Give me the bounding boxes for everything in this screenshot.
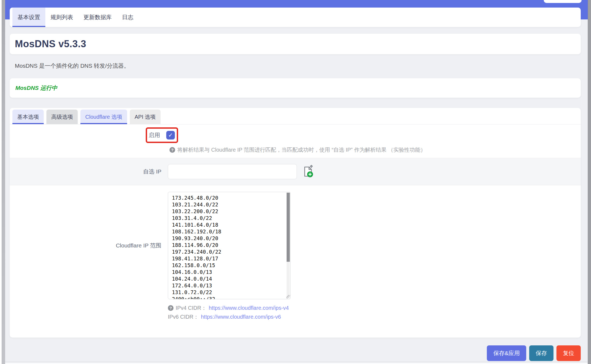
- header-button-partial[interactable]: [544, 0, 582, 3]
- left-panel-scroll-edge: [2, 0, 5, 364]
- ipv4-cidr-link[interactable]: https://www.cloudflare.com/ips-v4: [209, 305, 289, 311]
- tab-update-database[interactable]: 更新数据库: [78, 8, 117, 27]
- cloudflare-range-row: Cloudflare IP 范围 173.245.48.0/20 103.21.…: [10, 185, 581, 321]
- textarea-resize-grip[interactable]: [286, 295, 290, 299]
- cloudflare-range-value: 173.245.48.0/20 103.21.244.0/22 103.22.2…: [168, 192, 290, 299]
- tab-log[interactable]: 日志: [117, 8, 138, 27]
- page-title: MosDNS v5.3.3: [15, 38, 86, 50]
- ipv4-cidr-label: IPv4 CIDR：: [176, 304, 206, 312]
- textarea-scroll-thumb[interactable]: [287, 193, 290, 262]
- status-card: MosDNS 运行中: [10, 78, 581, 98]
- save-apply-button[interactable]: 保存&应用: [487, 345, 526, 361]
- enable-label: 启用: [149, 131, 160, 139]
- tab-basic-settings[interactable]: 基本设置: [12, 8, 45, 27]
- mosdns-settings-page: 基本设置 规则列表 更新数据库 日志 MosDNS v5.3.3 MosDNS …: [0, 0, 591, 364]
- cloudflare-range-textarea[interactable]: 173.245.48.0/20 103.21.244.0/22 103.22.2…: [168, 192, 291, 299]
- custom-ip-row: 自选 IP: [10, 158, 581, 185]
- ipv4-cidr-line: ? IPv4 CIDR： https://www.cloudflare.com/…: [168, 304, 291, 312]
- enable-help: ? 将解析结果与 Cloudflare IP 范围进行匹配，当匹配成功时，使用 …: [169, 146, 581, 154]
- help-icon: ?: [168, 305, 174, 311]
- reset-button[interactable]: 复位: [556, 345, 581, 361]
- subtab-basic-options[interactable]: 基本选项: [12, 110, 44, 124]
- cidr-links: ? IPv4 CIDR： https://www.cloudflare.com/…: [168, 304, 291, 321]
- cloudflare-range-label: Cloudflare IP 范围: [10, 192, 161, 299]
- ipv6-cidr-line: IPv6 CIDR： https://www.cloudflare.com/ip…: [168, 312, 291, 321]
- bottom-page-edge: [5, 362, 588, 364]
- subtab-api-options[interactable]: API 选项: [130, 110, 161, 124]
- custom-ip-input[interactable]: [168, 164, 297, 179]
- ipv6-cidr-link[interactable]: https://www.cloudflare.com/ips-v6: [201, 314, 281, 320]
- enable-row: 启用 ✓ ? 将解析结果与 Cloudflare IP 范围进行匹配，当匹配成功…: [10, 124, 581, 158]
- tab-rule-list[interactable]: 规则列表: [45, 8, 78, 27]
- options-card: 基本选项 高级选项 Cloudflare 选项 API 选项 启用 ✓ ? 将解…: [10, 108, 581, 338]
- page-scrollbar[interactable]: [588, 0, 591, 364]
- save-button[interactable]: 保存: [529, 345, 553, 361]
- enable-checkbox[interactable]: ✓: [166, 131, 175, 140]
- footer-actions: 保存&应用 保存 复位: [487, 345, 581, 361]
- add-from-file-icon[interactable]: [303, 165, 314, 178]
- page-description: MosDNS 是一个插件化的 DNS 转发/分流器。: [15, 62, 130, 70]
- options-sub-tabs: 基本选项 高级选项 Cloudflare 选项 API 选项: [10, 108, 581, 124]
- subtab-cloudflare-options[interactable]: Cloudflare 选项: [80, 110, 127, 124]
- subtab-advanced-options[interactable]: 高级选项: [46, 110, 78, 124]
- enable-help-text: 将解析结果与 Cloudflare IP 范围进行匹配，当匹配成功时，使用 “自…: [177, 146, 426, 154]
- main-tabs-bar: 基本设置 规则列表 更新数据库 日志: [10, 8, 581, 27]
- ipv6-cidr-label: IPv6 CIDR：: [168, 313, 199, 321]
- custom-ip-label: 自选 IP: [10, 168, 161, 175]
- red-annotation-box: 启用 ✓: [146, 127, 178, 143]
- help-icon: ?: [169, 147, 175, 153]
- title-card: MosDNS v5.3.3: [10, 34, 581, 54]
- status-running-badge: MosDNS 运行中: [15, 84, 57, 92]
